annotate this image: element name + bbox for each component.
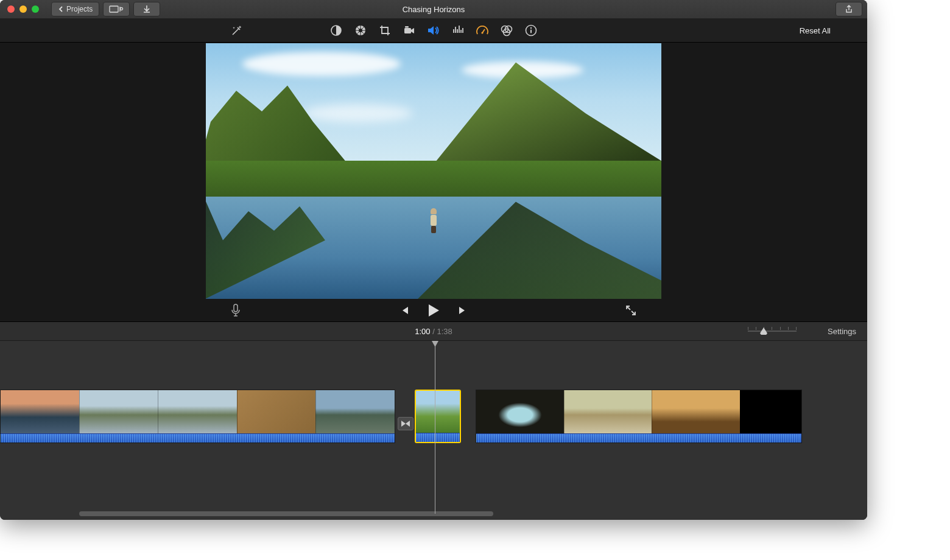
next-button[interactable]: [457, 305, 468, 316]
clip-thumbnail: [740, 390, 801, 435]
svg-rect-4: [404, 28, 411, 33]
share-icon: [845, 5, 853, 13]
video-camera-icon: [403, 24, 415, 37]
video-track: [0, 390, 867, 458]
clip-audio-waveform[interactable]: [416, 433, 460, 442]
audio-eq-icon: [452, 24, 464, 37]
timeline-clip-selected[interactable]: [415, 390, 461, 443]
zoom-slider[interactable]: [748, 331, 806, 332]
download-arrow-icon: [142, 5, 151, 13]
play-icon: [427, 303, 440, 318]
volume-icon: [427, 24, 440, 37]
clip-info-button[interactable]: [524, 24, 538, 37]
color-balance-icon: [330, 24, 342, 37]
clip-filter-button[interactable]: [500, 24, 513, 37]
clip-thumbnail: [315, 390, 395, 435]
media-library-icon: [109, 5, 124, 13]
time-total: 1:38: [437, 327, 452, 336]
svg-rect-0: [110, 6, 118, 12]
playback-controls: [0, 299, 867, 321]
stabilization-button[interactable]: [403, 24, 416, 37]
clip-group-b: [476, 390, 802, 458]
clip-audio-waveform[interactable]: [1, 433, 395, 443]
adjustments-bar: Reset All: [0, 19, 867, 43]
skip-back-icon: [399, 305, 410, 316]
titlebar-left-buttons: Projects: [51, 2, 160, 16]
minimize-window-button[interactable]: [19, 5, 27, 13]
record-voiceover-button[interactable]: [230, 304, 241, 317]
clip-thumbnail: [416, 391, 460, 433]
svg-rect-13: [234, 304, 237, 312]
color-correction-button[interactable]: [354, 24, 367, 37]
enhance-wand-button[interactable]: [230, 24, 244, 37]
svg-rect-12: [530, 30, 532, 33]
crop-icon: [379, 24, 391, 37]
clip-audio-waveform[interactable]: [476, 433, 801, 443]
media-library-button[interactable]: [103, 2, 130, 16]
titlebar: Projects Chasing Horizons: [0, 0, 867, 19]
clip-thumbnail: [237, 390, 316, 435]
adjustments-tools: [329, 24, 538, 37]
clip-thumbnail: [652, 390, 740, 435]
color-balance-button[interactable]: [329, 24, 343, 37]
clip-thumbnail: [158, 390, 237, 435]
volume-button[interactable]: [427, 24, 440, 37]
gap: [461, 390, 476, 458]
skip-forward-icon: [457, 305, 468, 316]
viewer-panel: [0, 43, 867, 321]
filter-circles-icon: [500, 24, 513, 37]
clip-thumbnail: [564, 390, 652, 435]
fullscreen-icon: [625, 304, 637, 317]
timeline-settings-button[interactable]: Settings: [828, 327, 856, 336]
speedometer-icon: [476, 24, 489, 37]
chevron-left-icon: [58, 6, 64, 12]
svg-point-11: [530, 27, 532, 29]
time-display: 1:00 / 1:38: [415, 327, 452, 336]
viewer-canvas-wrap: [0, 43, 867, 299]
scrollbar-thumb[interactable]: [79, 511, 493, 516]
magic-wand-icon: [230, 24, 244, 37]
fullscreen-button[interactable]: [625, 304, 637, 317]
horizontal-scrollbar[interactable]: [0, 511, 867, 517]
clip-thumbnail: [79, 390, 158, 435]
timeline-clip[interactable]: [0, 390, 395, 443]
play-button[interactable]: [427, 303, 440, 318]
color-wheel-icon: [354, 24, 367, 37]
time-separator: /: [431, 327, 437, 336]
time-current: 1:00: [415, 327, 430, 336]
crop-button[interactable]: [378, 24, 392, 37]
clip-thumbnail: [476, 390, 564, 435]
viewer-canvas[interactable]: [206, 43, 661, 299]
transition-icon: [401, 420, 410, 427]
zoom-window-button[interactable]: [32, 5, 39, 13]
import-button[interactable]: [133, 2, 160, 16]
transition-gap: [395, 390, 415, 458]
noise-reduction-button[interactable]: [451, 24, 465, 37]
selected-clip-group: [415, 390, 461, 458]
transition-button[interactable]: [398, 417, 413, 430]
clip-thumbnail: [1, 390, 79, 435]
back-projects-button[interactable]: Projects: [51, 2, 99, 16]
info-icon: [525, 24, 537, 37]
microphone-icon: [230, 304, 241, 317]
timeline[interactable]: [0, 341, 867, 520]
clip-group-a: [0, 390, 395, 458]
reset-all-button[interactable]: Reset All: [800, 26, 831, 35]
app-window: Projects Chasing Horizons: [0, 0, 867, 520]
svg-rect-5: [405, 26, 409, 28]
timeline-header: 1:00 / 1:38 Settings: [0, 321, 867, 341]
speed-button[interactable]: [476, 24, 489, 37]
window-controls: [0, 5, 39, 13]
back-label: Projects: [66, 5, 93, 13]
playhead[interactable]: [435, 341, 435, 514]
close-window-button[interactable]: [7, 5, 15, 13]
prev-button[interactable]: [399, 305, 410, 316]
timeline-clip[interactable]: [476, 390, 802, 443]
share-button[interactable]: [836, 2, 862, 16]
